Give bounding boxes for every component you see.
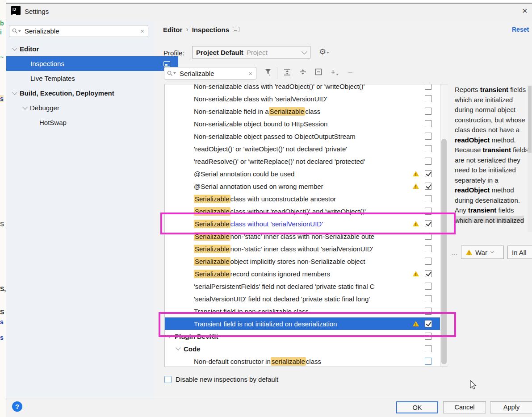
collapse-node-icon[interactable] bbox=[313, 68, 324, 79]
inspection-checkbox[interactable] bbox=[425, 170, 432, 177]
inspection-checkbox[interactable] bbox=[425, 295, 432, 302]
add-icon[interactable]: + bbox=[329, 68, 340, 79]
inspection-label: class bbox=[306, 358, 321, 365]
description-line: readObject method bbox=[455, 185, 532, 196]
warning-icon bbox=[412, 183, 419, 189]
inspection-row[interactable]: Non-default constructor in serializable … bbox=[165, 355, 447, 367]
help-icon[interactable]: ? bbox=[12, 401, 22, 412]
description-line: need to be initialized bbox=[455, 165, 532, 175]
inspection-checkbox[interactable] bbox=[425, 108, 432, 115]
inspection-row[interactable]: 'readObject()' or 'writeObject()' not de… bbox=[165, 142, 447, 155]
inspection-checkbox[interactable] bbox=[425, 145, 432, 152]
chevron-down-icon[interactable] bbox=[12, 46, 17, 50]
inspection-description: Reports transient fieldswhich are initia… bbox=[455, 85, 532, 234]
inspection-checkbox[interactable] bbox=[425, 120, 432, 127]
chevron-down-icon[interactable] bbox=[176, 345, 180, 350]
background-editor-strip: bi~sSS,Sss bbox=[0, 0, 6, 417]
settings-search-box[interactable]: × bbox=[9, 25, 148, 37]
inspection-row[interactable]: Serializable object implicitly stores no… bbox=[165, 255, 447, 267]
background-editor-fragment: S bbox=[0, 221, 4, 228]
clear-search-icon[interactable]: × bbox=[247, 70, 253, 77]
cancel-button[interactable]: Cancel bbox=[443, 401, 486, 413]
collapse-all-icon[interactable] bbox=[297, 68, 308, 79]
inspection-row[interactable]: Non-serializable field in a Serializable… bbox=[165, 105, 447, 117]
inspection-row[interactable]: 'serialPersistentFields' field not decla… bbox=[165, 280, 447, 292]
close-icon[interactable]: × bbox=[519, 5, 531, 16]
inspection-label: @Serial annotation used on wrong member bbox=[194, 183, 323, 190]
sidebar-item-label: Live Templates bbox=[30, 75, 75, 82]
inspection-row[interactable]: 'readResolve()' or 'writeReplace()' not … bbox=[165, 155, 447, 167]
inspection-row[interactable]: 'serialVersionUID' field not declared 'p… bbox=[165, 292, 447, 305]
sidebar-item-label: Debugger bbox=[30, 104, 59, 112]
inspection-checkbox[interactable] bbox=[425, 270, 432, 277]
search-match-highlight: serializable bbox=[271, 357, 306, 366]
profile-dropdown[interactable]: Project Default Project bbox=[192, 46, 310, 58]
search-options-arrow-icon[interactable] bbox=[173, 72, 176, 74]
profile-value: Project Default bbox=[196, 49, 243, 56]
chevron-down-icon bbox=[490, 250, 494, 253]
search-icon bbox=[167, 71, 173, 76]
inspection-label: class with unconstructable ancestor bbox=[230, 195, 336, 203]
remove-icon[interactable]: − bbox=[345, 68, 356, 79]
filter-icon[interactable] bbox=[263, 68, 273, 79]
settings-search-input[interactable] bbox=[24, 27, 139, 35]
inspection-checkbox[interactable] bbox=[425, 183, 432, 190]
inspection-search-box[interactable]: × bbox=[164, 67, 256, 79]
background-editor-fragment: ~ bbox=[0, 54, 4, 61]
chevron-down-icon[interactable] bbox=[22, 104, 27, 109]
sidebar-item-editor[interactable]: Editor bbox=[6, 42, 161, 56]
inspection-checkbox[interactable] bbox=[425, 358, 432, 365]
sidebar-item-label: HotSwap bbox=[39, 119, 67, 126]
ok-button[interactable]: OK bbox=[396, 401, 438, 413]
severity-dropdown[interactable]: War bbox=[461, 246, 504, 259]
more-options-icon[interactable]: … bbox=[452, 249, 457, 256]
inspection-row[interactable]: Non-serializable object bound to HttpSes… bbox=[165, 117, 447, 130]
apply-button[interactable]: Apply bbox=[490, 401, 532, 413]
inspection-label: Non-serializable field in a bbox=[194, 108, 269, 115]
chevron-down-icon[interactable] bbox=[12, 90, 17, 95]
inspection-row[interactable]: Serializable record contains ignored mem… bbox=[165, 267, 447, 280]
inspection-checkbox[interactable] bbox=[425, 245, 432, 252]
breadcrumb-separator: › bbox=[186, 25, 188, 33]
inspection-checkbox[interactable] bbox=[425, 283, 432, 290]
inspection-checkbox[interactable] bbox=[425, 158, 432, 165]
inspection-label: record contains ignored members bbox=[230, 270, 330, 278]
inspection-row[interactable]: Serializable class with unconstructable … bbox=[165, 192, 447, 205]
inspection-checkbox[interactable] bbox=[425, 133, 432, 140]
sidebar-item-inspections[interactable]: Inspections bbox=[6, 56, 178, 71]
inspection-row[interactable]: Serializable non-'static' inner class wi… bbox=[165, 242, 447, 255]
sidebar-item-hotswap[interactable]: HotSwap bbox=[6, 115, 187, 130]
description-line: Because transient fields bbox=[455, 145, 532, 155]
search-match-highlight: Serializable bbox=[194, 245, 230, 253]
inspection-checkbox[interactable] bbox=[425, 345, 432, 352]
sidebar-item-build-execution-deployment[interactable]: Build, Execution, Deployment bbox=[6, 86, 161, 100]
sidebar-item-live-templates[interactable]: Live Templates bbox=[6, 71, 178, 86]
inspection-row[interactable]: @Serial annotation could be used bbox=[165, 167, 447, 180]
expand-all-icon[interactable] bbox=[282, 68, 293, 79]
sidebar-item-debugger[interactable]: Debugger bbox=[6, 100, 171, 115]
inspection-label: 'readResolve()' or 'writeReplace()' not … bbox=[194, 158, 365, 165]
inspection-checkbox[interactable] bbox=[425, 84, 432, 90]
inspection-row[interactable]: Non-serializable class with 'readObject(… bbox=[165, 84, 447, 92]
breadcrumb-editor[interactable]: Editor bbox=[163, 26, 182, 33]
description-line: are not serialized they bbox=[455, 155, 532, 166]
inspection-checkbox[interactable] bbox=[425, 195, 432, 202]
gear-icon[interactable]: ⚙ bbox=[319, 47, 329, 56]
clear-search-icon[interactable]: × bbox=[139, 27, 145, 35]
reset-link[interactable]: Reset bbox=[512, 26, 529, 33]
search-options-arrow-icon[interactable] bbox=[18, 30, 21, 32]
description-scrollbar[interactable] bbox=[528, 85, 532, 232]
inspection-row[interactable]: Non-serializable object passed to Object… bbox=[165, 130, 447, 142]
disable-new-inspections-checkbox[interactable] bbox=[164, 376, 172, 383]
inspection-checkbox[interactable] bbox=[425, 258, 432, 265]
screen-icon bbox=[233, 27, 239, 32]
inspection-group-row[interactable]: Code bbox=[165, 342, 447, 355]
inspection-search-input[interactable] bbox=[179, 69, 247, 78]
settings-sidebar: × EditorInspectionsLive TemplatesBuild, … bbox=[6, 21, 154, 399]
inspection-row[interactable]: @Serial annotation used on wrong member bbox=[165, 180, 447, 192]
inspection-row[interactable]: Non-serializable class with 'serialVersi… bbox=[165, 92, 447, 105]
inspection-label: 'readObject()' or 'writeObject()' not de… bbox=[194, 145, 347, 153]
background-editor-fragment: i bbox=[0, 29, 2, 36]
scope-dropdown[interactable]: In All bbox=[507, 246, 532, 259]
inspection-checkbox[interactable] bbox=[425, 95, 432, 102]
